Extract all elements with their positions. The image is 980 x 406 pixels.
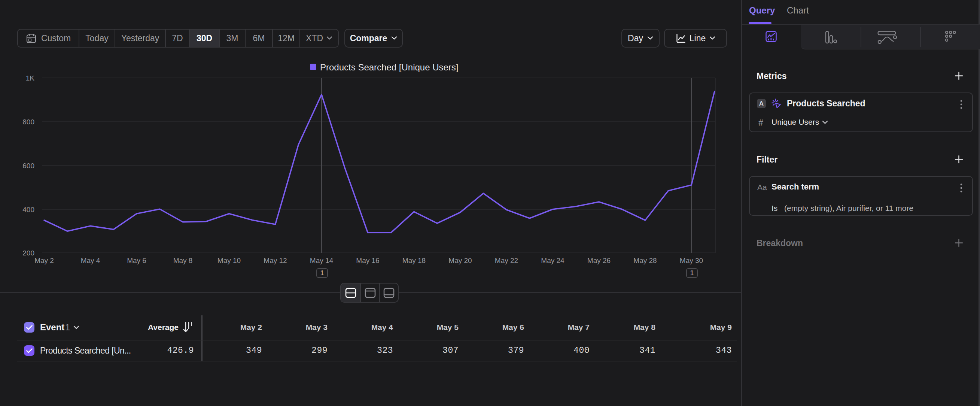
- svg-text:May 30: May 30: [680, 256, 703, 264]
- svg-text:200: 200: [22, 249, 35, 257]
- svg-text:May 12: May 12: [264, 256, 287, 264]
- svg-text:600: 600: [22, 162, 35, 170]
- svg-text:May 26: May 26: [587, 256, 611, 264]
- svg-text:May 8: May 8: [173, 256, 193, 264]
- svg-text:May 4: May 4: [81, 256, 100, 264]
- svg-text:May 14: May 14: [310, 256, 334, 264]
- svg-text:400: 400: [22, 205, 35, 213]
- svg-text:May 2: May 2: [35, 256, 54, 264]
- svg-text:May 16: May 16: [356, 256, 379, 264]
- svg-text:May 20: May 20: [449, 256, 472, 264]
- svg-text:May 6: May 6: [127, 256, 146, 264]
- svg-text:May 10: May 10: [218, 256, 241, 264]
- svg-text:May 22: May 22: [495, 256, 518, 264]
- svg-text:May 28: May 28: [633, 256, 657, 264]
- svg-text:1K: 1K: [26, 74, 35, 82]
- svg-text:800: 800: [22, 118, 35, 126]
- svg-text:May 18: May 18: [402, 256, 426, 264]
- svg-text:May 24: May 24: [541, 256, 565, 264]
